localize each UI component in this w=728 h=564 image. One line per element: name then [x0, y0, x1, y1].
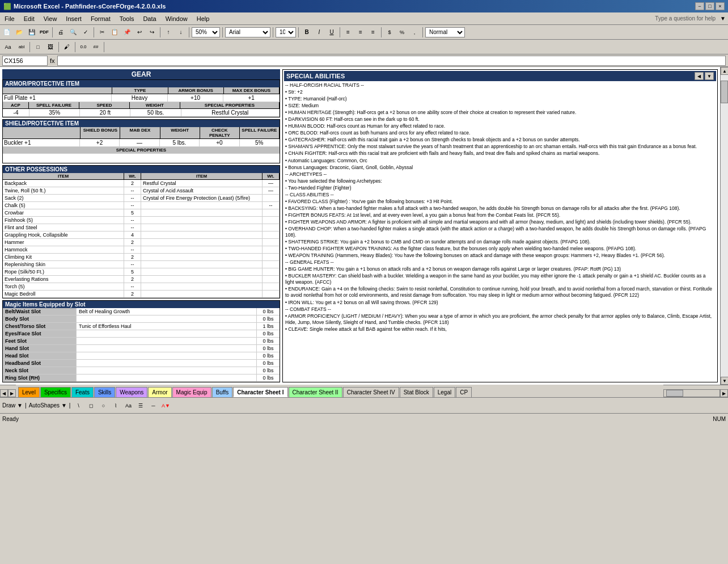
currency-button[interactable]: $ — [384, 27, 395, 38]
underline-button[interactable]: U — [326, 27, 337, 38]
name-box[interactable] — [2, 56, 48, 66]
undo-button[interactable]: ↩ — [134, 27, 145, 38]
poss-item1: Crowbar — [3, 209, 124, 216]
zoom-select[interactable]: 50%75%100% — [192, 27, 220, 37]
minimize-button[interactable]: − — [695, 2, 704, 10]
tab-scroll-left[interactable]: ◀ — [0, 389, 8, 397]
tab-skills[interactable]: Skills — [94, 387, 115, 397]
poss-item2 — [141, 276, 263, 283]
print-button[interactable]: 🖨 — [55, 27, 66, 38]
bold-button[interactable]: B — [301, 27, 312, 38]
magic-slot-row: Hand Slot 0 lbs — [3, 345, 280, 352]
percent-button[interactable]: % — [396, 27, 408, 38]
poss-row: Hammock -- — [3, 246, 280, 254]
close-button[interactable]: × — [716, 2, 725, 10]
copy-button[interactable]: 📋 — [109, 27, 120, 38]
sort-asc-button[interactable]: ↑ — [163, 27, 174, 38]
font-select[interactable]: Arial — [225, 27, 270, 37]
poss-wt1: 2 — [124, 291, 141, 297]
tab-specifics[interactable]: Specifics — [40, 387, 71, 397]
poss-wt1: -- — [124, 246, 141, 253]
tab-stat-block[interactable]: Stat Block — [400, 387, 433, 397]
align-left-button[interactable]: ≡ — [342, 27, 354, 38]
open-button[interactable]: 📂 — [14, 27, 25, 38]
align-right-button[interactable]: ≡ — [367, 27, 379, 38]
redo-button[interactable]: ↪ — [146, 27, 158, 38]
italic-button[interactable]: I — [314, 27, 325, 38]
poss-rows: Backpack 2 Restful Crystal — Twine, Roll… — [3, 180, 280, 298]
format-painter-button[interactable]: 🖌 — [61, 41, 73, 53]
menu-tools[interactable]: Tools — [117, 14, 137, 23]
help-arrow[interactable]: ▼ — [720, 15, 726, 22]
menu-file[interactable]: File — [2, 14, 17, 23]
h-scroll-right[interactable]: ▶ — [720, 389, 728, 397]
shield-sf: 5% — [240, 139, 280, 146]
poss-item2: Restful Crystal — [141, 180, 263, 187]
special-abilities-title: SPECIAL ABILITIES — [286, 73, 345, 79]
tab-legal[interactable]: Legal — [434, 387, 455, 397]
menu-data[interactable]: Data — [141, 14, 158, 23]
insert-pic-button[interactable]: 🖼 — [45, 41, 56, 53]
sort-desc-button[interactable]: ↓ — [175, 27, 187, 38]
tab-character-sheet-i[interactable]: Character Sheet I — [233, 387, 287, 397]
tab-armor[interactable]: Armor — [148, 387, 171, 397]
poss-wt2 — [263, 291, 280, 297]
fontsize-select[interactable]: 10812 — [276, 27, 296, 37]
tab-weapons[interactable]: Weapons — [116, 387, 147, 397]
paste-button[interactable]: 📌 — [121, 27, 133, 38]
poss-item2 — [141, 268, 263, 275]
ability-line: • SIZE: Medium — [285, 103, 715, 109]
tab-cp[interactable]: CP — [456, 387, 472, 397]
cut-button[interactable]: ✂ — [96, 27, 108, 38]
menu-window[interactable]: Window — [163, 14, 190, 23]
tab-bar: LevelSpecificsFeatsSkillsWeaponsArmorMag… — [16, 385, 663, 397]
ability-line: • BACKSYING: When a two-handed fighter m… — [285, 205, 715, 212]
horizontal-scrollbar[interactable] — [663, 389, 720, 397]
toolbar-row2: Aa abl □ 🖼 🖌 0.0 ## — [0, 40, 728, 54]
ab-button[interactable]: abl — [16, 41, 27, 53]
magic-slot-weight: 0 lbs — [257, 330, 280, 337]
tab-magic-equip[interactable]: Magic Equip — [172, 387, 211, 397]
nav-left[interactable]: ◀ — [695, 72, 704, 80]
tab-scroll-right[interactable]: ▶ — [8, 389, 16, 397]
menu-view[interactable]: View — [41, 14, 60, 23]
nav-down[interactable]: ▼ — [705, 72, 714, 80]
tab-buffs[interactable]: Buffs — [212, 387, 233, 397]
comma-button[interactable]: , — [409, 27, 420, 38]
ability-line: -- COMBAT FEATS -- — [285, 306, 715, 313]
tab-character-sheet-ii[interactable]: Character Sheet II — [289, 387, 342, 397]
main-content: GEAR ARMOR/PROTECTIVE ITEM TYPE ARMOR BO… — [0, 67, 720, 385]
poss-row: Grappling Hook, Collapsible 4 — [3, 232, 280, 239]
aa-button[interactable]: Aa — [1, 41, 15, 53]
poss-item1: Chalk (5) — [3, 202, 124, 209]
magic-slot-weight: 0 lbs — [257, 360, 280, 367]
menu-insert[interactable]: Insert — [64, 14, 84, 23]
scroll-up-button[interactable]: ▲ — [721, 67, 728, 75]
formula-input[interactable] — [57, 56, 726, 66]
magic-slot-row: Head Slot 0 lbs — [3, 352, 280, 360]
textbox-button[interactable]: □ — [32, 41, 44, 53]
style-select[interactable]: Normal — [425, 27, 465, 37]
armor-acp-label: ACP — [3, 102, 29, 108]
maximize-button[interactable]: □ — [705, 2, 714, 10]
tab-character-sheet-iv[interactable]: Character Sheet IV — [343, 387, 399, 397]
ability-line: • You have selected the following Archet… — [285, 178, 715, 184]
armor-bonus: +10 — [168, 94, 224, 102]
spellcheck-button[interactable]: ✓ — [80, 27, 91, 38]
pdf-button[interactable]: PDF — [39, 27, 50, 38]
align-center-button[interactable]: ≡ — [355, 27, 366, 38]
save-button[interactable]: 💾 — [26, 27, 37, 38]
tab-feats[interactable]: Feats — [71, 387, 94, 397]
menu-help[interactable]: Help — [194, 14, 212, 23]
tab-level[interactable]: Level — [18, 387, 40, 397]
new-button[interactable]: 📄 — [1, 27, 12, 38]
scroll-down-button[interactable]: ▼ — [721, 377, 728, 385]
poss-item2 — [141, 232, 263, 238]
shield-col-weight: WEIGHT — [160, 127, 200, 138]
vertical-scrollbar[interactable]: ▲ ▼ — [720, 67, 728, 385]
menu-edit[interactable]: Edit — [22, 14, 37, 23]
preview-button[interactable]: 🔍 — [67, 27, 79, 38]
h-scroll-thumb[interactable] — [666, 390, 683, 397]
menu-format[interactable]: Format — [88, 14, 113, 23]
scroll-thumb[interactable] — [721, 81, 728, 103]
